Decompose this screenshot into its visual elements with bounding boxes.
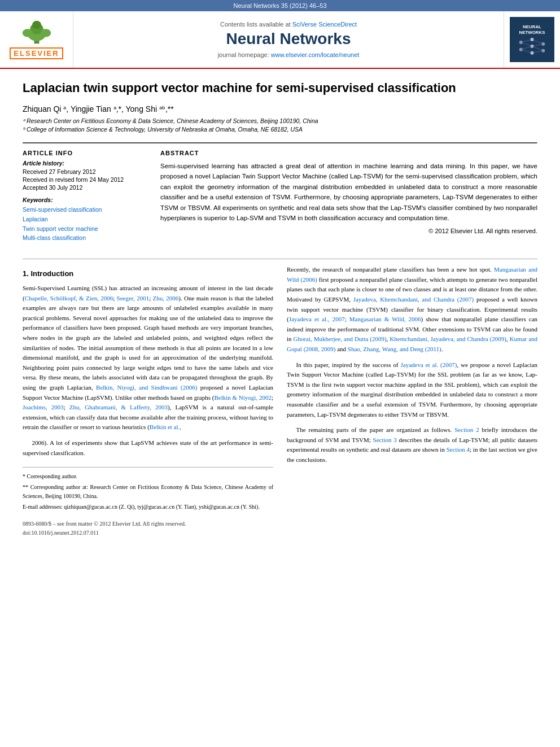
footnote-double-star: ** Corresponding author at: Research Cen… (23, 483, 273, 501)
abstract-panel: ABSTRACT Semi-supervised learning has at… (160, 150, 537, 248)
svg-text:NETWORKS: NETWORKS (519, 30, 545, 35)
revised-date: Received in revised form 24 May 2012 (23, 176, 147, 183)
keyword-1[interactable]: Semi-supervised classification (23, 206, 102, 213)
footnote-star: * Corresponding author. (23, 472, 273, 481)
received-date: Received 27 February 2012 (23, 168, 147, 175)
body-columns: 1. Introduction Semi-Supervised Learning… (23, 265, 537, 543)
ref-jayadeva-et-al[interactable]: Jayadeva et al., 2007 (289, 316, 345, 322)
journal-homepage-link[interactable]: www.elsevier.com/locate/neunet (271, 51, 360, 58)
history-label: Article history: (23, 160, 147, 167)
ref-zhu2006[interactable]: Zhu, 2006 (153, 295, 179, 302)
divider-thick (23, 142, 537, 144)
footer-identifiers: 0893-6080/$ – see front matter © 2012 El… (23, 519, 273, 543)
ref-chapelle[interactable]: Chapelle, Schölkopf, & Zien, 2006 (25, 295, 113, 302)
keywords-list: Semi-supervised classification Laplacian… (23, 205, 147, 243)
ref-khemchandani[interactable]: Khemchandani, Jayadeva, and Chandra (200… (390, 335, 506, 342)
elsevier-tree-icon (14, 20, 59, 45)
affiliation-a: ᵃ Research Center on Fictitious Economy … (23, 117, 537, 126)
ref-belkin-et-al[interactable]: Belkin et al., (150, 423, 181, 430)
footnotes: * Corresponding author. ** Corresponding… (23, 467, 273, 512)
nn-logo-area: NEURAL NETWORKS (504, 11, 560, 68)
body-para-4: In this paper, inspired by the success o… (287, 360, 537, 420)
ref-jayadeva2007[interactable]: Jayadeva, Khemchandani, and Chandra (200… (353, 296, 474, 303)
article-content: Laplacian twin support vector machine fo… (0, 69, 560, 554)
accepted-date: Accepted 30 July 2012 (23, 184, 147, 191)
journal-citation-bar: Neural Networks 35 (2012) 46–53 (0, 0, 560, 11)
ref-belkin2006[interactable]: Belkin, Niyogi, and Sindhwani (2006) (96, 384, 197, 391)
ref-joachims[interactable]: Joachims, 2003 (23, 404, 64, 410)
ref-mangasarian2006[interactable]: Mangasarian and Wild (2006) (287, 266, 537, 283)
keywords-label: Keywords: (23, 196, 147, 203)
svg-point-4 (22, 29, 32, 37)
authors-line: Zhiquan Qi ᵃ, Yingjie Tian ᵃ,*, Yong Shi… (23, 104, 537, 113)
svg-text:NEURAL: NEURAL (523, 24, 541, 29)
ref-shao[interactable]: Shao, Zhang, Wang, and Deng (2011) (348, 346, 441, 352)
body-col-right: Recently, the research of nonparallel pl… (287, 265, 537, 543)
copyright-line: © 2012 Elsevier Ltd. All rights reserved… (160, 228, 537, 234)
svg-point-5 (41, 29, 51, 37)
ref-ghorai[interactable]: Ghorai, Mukherjee, and Dutta (2009) (294, 335, 387, 342)
abstract-text: Semi-supervised learning has attracted a… (160, 161, 537, 223)
nn-logo-box: NEURAL NETWORKS (510, 17, 554, 62)
article-meta-section: ARTICLE INFO Article history: Received 2… (23, 150, 537, 248)
sciverse-line: Contents lists available at SciVerse Sci… (220, 21, 357, 28)
body-para-2: 2006). A lot of experiments show that La… (23, 438, 273, 458)
sciverse-link[interactable]: SciVerse ScienceDirect (292, 21, 357, 28)
elsevier-wordmark: ELSEVIER (10, 47, 63, 59)
body-para-3: Recently, the research of nonparallel pl… (287, 265, 537, 354)
divider-body (23, 259, 537, 259)
footnote-email: E-mail addresses: qizhiquan@gucas.ac.cn … (23, 503, 273, 512)
section1-heading: 1. Introduction (23, 268, 273, 280)
journal-title-area: Contents lists available at SciVerse Sci… (73, 11, 504, 68)
affiliations: ᵃ Research Center on Fictitious Economy … (23, 117, 537, 135)
journal-header: ELSEVIER Contents lists available at Sci… (0, 11, 560, 69)
article-title: Laplacian twin support vector machine fo… (23, 80, 537, 97)
ref-jayadeva-inspired[interactable]: Jayadeva et al. (2007) (400, 361, 457, 368)
ref-section3[interactable]: Section 3 (373, 436, 397, 443)
ref-belkin2002[interactable]: Belkin & Niyogi, 2002 (214, 394, 272, 401)
article-info-heading: ARTICLE INFO (23, 150, 147, 156)
affiliation-b: ᵇ College of Information Science & Techn… (23, 125, 537, 134)
article-info-panel: ARTICLE INFO Article history: Received 2… (23, 150, 147, 248)
journal-name: Neural Networks (226, 30, 351, 48)
ref-mangasarian-wild[interactable]: Mangasarian & Wild, 2006 (349, 316, 421, 322)
body-para-5: The remaining parts of the paper are org… (287, 425, 537, 465)
ref-seeger[interactable]: Seeger, 2001 (117, 295, 150, 302)
keywords-section: Keywords: Semi-supervised classification… (23, 196, 147, 243)
journal-citation: Neural Networks 35 (2012) 46–53 (233, 2, 326, 9)
abstract-heading: ABSTRACT (160, 150, 537, 156)
body-para-1: Semi-Supervised Learning (SSL) has attra… (23, 283, 273, 433)
elsevier-logo-area: ELSEVIER (0, 11, 73, 68)
ref-zhu2003[interactable]: Zhu, Ghahramani, & Lafferty, 2003 (69, 404, 168, 410)
journal-homepage-line: journal homepage: www.elsevier.com/locat… (218, 51, 360, 58)
ref-section2[interactable]: Section 2 (454, 426, 479, 433)
authors-text: Zhiquan Qi ᵃ, Yingjie Tian ᵃ,*, Yong Shi… (23, 104, 174, 113)
nn-logo-graphic: NEURAL NETWORKS (510, 17, 554, 62)
keyword-3[interactable]: Twin support vector machine (23, 225, 98, 232)
keyword-2[interactable]: Laplacian (23, 216, 48, 222)
keyword-4[interactable]: Multi-class classification (23, 234, 86, 241)
svg-point-3 (32, 21, 41, 29)
doi-line: doi:10.1016/j.neunet.2012.07.011 (23, 528, 273, 538)
issn-line: 0893-6080/$ – see front matter © 2012 El… (23, 519, 273, 528)
ref-section4[interactable]: Section 4 (447, 446, 470, 453)
body-col-left: 1. Introduction Semi-Supervised Learning… (23, 265, 273, 543)
article-history-section: Article history: Received 27 February 20… (23, 160, 147, 191)
